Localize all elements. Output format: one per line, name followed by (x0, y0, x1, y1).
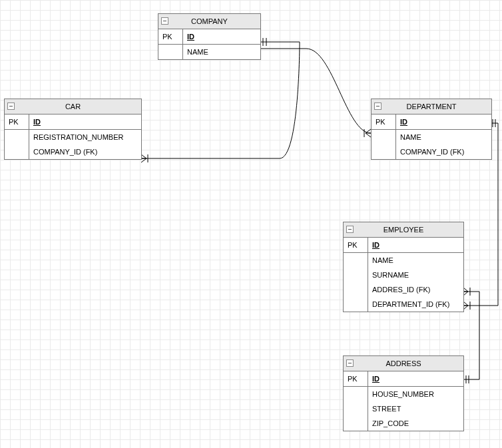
blank-keycell (344, 416, 368, 431)
attr-field: STREET (368, 401, 464, 416)
entity-company[interactable]: COMPANY PK ID NAME (158, 13, 261, 60)
collapse-icon[interactable] (7, 103, 15, 110)
blank-keycell (344, 387, 368, 402)
attr-field: NAME (368, 253, 464, 268)
diagram-canvas: COMPANY PK ID NAME CAR PK ID REG (0, 0, 502, 448)
collapse-icon[interactable] (346, 226, 354, 233)
pk-field: ID (33, 118, 41, 126)
svg-line-8 (366, 133, 371, 137)
attr-field: REGISTRATION_NUMBER (29, 130, 142, 145)
rel-address-to-employee (463, 292, 479, 379)
attr-field: ADDRES_ID (FK) (368, 282, 464, 297)
attr-field: COMPANY_ID (FK) (396, 144, 492, 159)
svg-line-12 (463, 302, 468, 306)
attr-field: COMPANY_ID (FK) (29, 144, 142, 159)
blank-keycell (344, 268, 368, 282)
blank-keycell (158, 45, 183, 60)
blank-keycell (344, 401, 368, 416)
blank-keycell (344, 297, 368, 312)
entity-title-text: ADDRESS (385, 359, 421, 367)
entity-car[interactable]: CAR PK ID REGISTRATION_NUMBER COMPANY_ID… (4, 99, 142, 160)
attr-field: NAME (396, 130, 492, 145)
entity-title-text: EMPLOYEE (383, 226, 424, 234)
entity-title: ADDRESS (344, 356, 463, 371)
blank-keycell (5, 144, 29, 159)
pk-label: PK (344, 371, 368, 387)
svg-line-20 (463, 292, 468, 296)
entity-title: EMPLOYEE (344, 222, 463, 238)
pk-field: ID (372, 375, 379, 383)
entity-address[interactable]: ADDRESS PK ID HOUSE_NUMBER STREET ZIP_CO… (343, 355, 464, 431)
svg-line-6 (366, 129, 371, 133)
attr-field: SURNAME (368, 268, 464, 282)
pk-field: ID (372, 241, 379, 249)
attr-field: NAME (183, 45, 261, 60)
blank-keycell (344, 253, 368, 268)
blank-keycell (5, 130, 29, 145)
svg-line-4 (141, 158, 146, 162)
entity-title-text: DEPARTMENT (407, 103, 457, 111)
collapse-icon[interactable] (374, 103, 381, 110)
blank-keycell (372, 130, 396, 145)
entity-department[interactable]: DEPARTMENT PK ID NAME COMPANY_ID (FK) (371, 99, 492, 160)
collapse-icon[interactable] (346, 359, 354, 367)
pk-field: ID (400, 118, 407, 126)
entity-title: DEPARTMENT (372, 99, 491, 114)
svg-line-18 (463, 288, 468, 292)
attr-field: ZIP_CODE (368, 416, 464, 431)
pk-field: ID (187, 33, 194, 41)
entity-title-text: COMPANY (191, 17, 228, 25)
blank-keycell (372, 144, 396, 159)
entity-title: COMPANY (158, 14, 260, 29)
rel-company-to-department (260, 49, 371, 133)
collapse-icon[interactable] (161, 17, 168, 25)
entity-title: CAR (5, 99, 141, 114)
entity-employee[interactable]: EMPLOYEE PK ID NAME SURNAME ADDRES_ID (F… (343, 222, 464, 312)
svg-line-14 (463, 306, 468, 310)
svg-line-2 (141, 154, 146, 158)
blank-keycell (344, 282, 368, 297)
pk-label: PK (158, 29, 183, 45)
pk-label: PK (5, 114, 29, 130)
attr-field: HOUSE_NUMBER (368, 387, 464, 402)
attr-field: DEPARTMENT_ID (FK) (368, 297, 464, 312)
entity-title-text: CAR (65, 103, 81, 111)
pk-label: PK (372, 114, 396, 130)
pk-label: PK (344, 238, 368, 253)
